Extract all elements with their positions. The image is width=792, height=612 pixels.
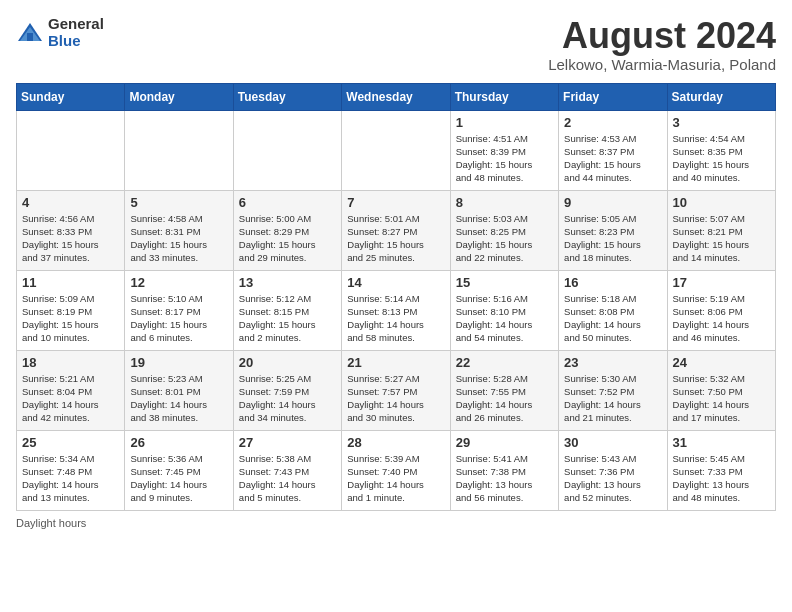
header-day-friday: Friday [559,83,667,110]
logo-icon [16,19,44,47]
calendar-cell: 2Sunrise: 4:53 AM Sunset: 8:37 PM Daylig… [559,110,667,190]
calendar-cell: 19Sunrise: 5:23 AM Sunset: 8:01 PM Dayli… [125,350,233,430]
day-number: 13 [239,275,336,290]
header-row: SundayMondayTuesdayWednesdayThursdayFrid… [17,83,776,110]
calendar-cell: 1Sunrise: 4:51 AM Sunset: 8:39 PM Daylig… [450,110,558,190]
day-number: 17 [673,275,770,290]
day-number: 8 [456,195,553,210]
logo-blue: Blue [48,33,104,50]
day-number: 10 [673,195,770,210]
calendar-cell [125,110,233,190]
day-info: Sunrise: 5:38 AM Sunset: 7:43 PM Dayligh… [239,452,336,505]
calendar-cell: 11Sunrise: 5:09 AM Sunset: 8:19 PM Dayli… [17,270,125,350]
day-number: 18 [22,355,119,370]
day-number: 9 [564,195,661,210]
day-info: Sunrise: 5:05 AM Sunset: 8:23 PM Dayligh… [564,212,661,265]
day-number: 28 [347,435,444,450]
day-info: Sunrise: 5:45 AM Sunset: 7:33 PM Dayligh… [673,452,770,505]
day-number: 30 [564,435,661,450]
calendar-table: SundayMondayTuesdayWednesdayThursdayFrid… [16,83,776,511]
week-row-0: 1Sunrise: 4:51 AM Sunset: 8:39 PM Daylig… [17,110,776,190]
calendar-cell: 6Sunrise: 5:00 AM Sunset: 8:29 PM Daylig… [233,190,341,270]
daylight-hours-label: Daylight hours [16,517,86,529]
week-row-2: 11Sunrise: 5:09 AM Sunset: 8:19 PM Dayli… [17,270,776,350]
day-number: 3 [673,115,770,130]
day-number: 22 [456,355,553,370]
title-block: August 2024 Lelkowo, Warmia-Masuria, Pol… [548,16,776,73]
day-info: Sunrise: 5:34 AM Sunset: 7:48 PM Dayligh… [22,452,119,505]
day-number: 2 [564,115,661,130]
day-info: Sunrise: 5:09 AM Sunset: 8:19 PM Dayligh… [22,292,119,345]
header-day-wednesday: Wednesday [342,83,450,110]
calendar-cell: 25Sunrise: 5:34 AM Sunset: 7:48 PM Dayli… [17,430,125,510]
day-number: 20 [239,355,336,370]
week-row-4: 25Sunrise: 5:34 AM Sunset: 7:48 PM Dayli… [17,430,776,510]
calendar-body: 1Sunrise: 4:51 AM Sunset: 8:39 PM Daylig… [17,110,776,510]
day-info: Sunrise: 5:28 AM Sunset: 7:55 PM Dayligh… [456,372,553,425]
calendar-cell: 4Sunrise: 4:56 AM Sunset: 8:33 PM Daylig… [17,190,125,270]
logo: General Blue [16,16,104,49]
day-info: Sunrise: 4:54 AM Sunset: 8:35 PM Dayligh… [673,132,770,185]
day-number: 14 [347,275,444,290]
day-number: 23 [564,355,661,370]
header-day-sunday: Sunday [17,83,125,110]
day-number: 31 [673,435,770,450]
calendar-cell: 18Sunrise: 5:21 AM Sunset: 8:04 PM Dayli… [17,350,125,430]
calendar-cell [17,110,125,190]
day-number: 16 [564,275,661,290]
day-number: 27 [239,435,336,450]
calendar-cell: 15Sunrise: 5:16 AM Sunset: 8:10 PM Dayli… [450,270,558,350]
calendar-cell: 5Sunrise: 4:58 AM Sunset: 8:31 PM Daylig… [125,190,233,270]
week-row-3: 18Sunrise: 5:21 AM Sunset: 8:04 PM Dayli… [17,350,776,430]
day-info: Sunrise: 5:18 AM Sunset: 8:08 PM Dayligh… [564,292,661,345]
calendar-cell: 31Sunrise: 5:45 AM Sunset: 7:33 PM Dayli… [667,430,775,510]
calendar-cell: 23Sunrise: 5:30 AM Sunset: 7:52 PM Dayli… [559,350,667,430]
calendar-cell: 30Sunrise: 5:43 AM Sunset: 7:36 PM Dayli… [559,430,667,510]
day-info: Sunrise: 5:39 AM Sunset: 7:40 PM Dayligh… [347,452,444,505]
day-number: 11 [22,275,119,290]
page-header: General Blue August 2024 Lelkowo, Warmia… [16,16,776,73]
day-info: Sunrise: 5:14 AM Sunset: 8:13 PM Dayligh… [347,292,444,345]
day-info: Sunrise: 5:25 AM Sunset: 7:59 PM Dayligh… [239,372,336,425]
calendar-cell: 22Sunrise: 5:28 AM Sunset: 7:55 PM Dayli… [450,350,558,430]
day-info: Sunrise: 5:19 AM Sunset: 8:06 PM Dayligh… [673,292,770,345]
day-info: Sunrise: 5:03 AM Sunset: 8:25 PM Dayligh… [456,212,553,265]
calendar-cell: 24Sunrise: 5:32 AM Sunset: 7:50 PM Dayli… [667,350,775,430]
day-info: Sunrise: 5:00 AM Sunset: 8:29 PM Dayligh… [239,212,336,265]
header-day-monday: Monday [125,83,233,110]
day-info: Sunrise: 5:07 AM Sunset: 8:21 PM Dayligh… [673,212,770,265]
day-info: Sunrise: 5:21 AM Sunset: 8:04 PM Dayligh… [22,372,119,425]
day-info: Sunrise: 5:41 AM Sunset: 7:38 PM Dayligh… [456,452,553,505]
logo-text: General Blue [48,16,104,49]
day-number: 24 [673,355,770,370]
calendar-cell: 17Sunrise: 5:19 AM Sunset: 8:06 PM Dayli… [667,270,775,350]
calendar-cell: 9Sunrise: 5:05 AM Sunset: 8:23 PM Daylig… [559,190,667,270]
week-row-1: 4Sunrise: 4:56 AM Sunset: 8:33 PM Daylig… [17,190,776,270]
day-number: 29 [456,435,553,450]
day-number: 21 [347,355,444,370]
day-number: 19 [130,355,227,370]
footer: Daylight hours [16,517,776,529]
day-info: Sunrise: 5:23 AM Sunset: 8:01 PM Dayligh… [130,372,227,425]
day-number: 26 [130,435,227,450]
day-info: Sunrise: 5:10 AM Sunset: 8:17 PM Dayligh… [130,292,227,345]
day-info: Sunrise: 5:32 AM Sunset: 7:50 PM Dayligh… [673,372,770,425]
day-info: Sunrise: 4:53 AM Sunset: 8:37 PM Dayligh… [564,132,661,185]
day-number: 5 [130,195,227,210]
calendar-cell: 13Sunrise: 5:12 AM Sunset: 8:15 PM Dayli… [233,270,341,350]
calendar-subtitle: Lelkowo, Warmia-Masuria, Poland [548,56,776,73]
calendar-cell: 14Sunrise: 5:14 AM Sunset: 8:13 PM Dayli… [342,270,450,350]
calendar-cell: 21Sunrise: 5:27 AM Sunset: 7:57 PM Dayli… [342,350,450,430]
calendar-cell [342,110,450,190]
calendar-header: SundayMondayTuesdayWednesdayThursdayFrid… [17,83,776,110]
day-info: Sunrise: 5:43 AM Sunset: 7:36 PM Dayligh… [564,452,661,505]
day-info: Sunrise: 5:16 AM Sunset: 8:10 PM Dayligh… [456,292,553,345]
day-number: 4 [22,195,119,210]
calendar-cell: 28Sunrise: 5:39 AM Sunset: 7:40 PM Dayli… [342,430,450,510]
day-number: 12 [130,275,227,290]
day-number: 6 [239,195,336,210]
day-info: Sunrise: 4:56 AM Sunset: 8:33 PM Dayligh… [22,212,119,265]
header-day-tuesday: Tuesday [233,83,341,110]
calendar-cell: 27Sunrise: 5:38 AM Sunset: 7:43 PM Dayli… [233,430,341,510]
day-info: Sunrise: 5:27 AM Sunset: 7:57 PM Dayligh… [347,372,444,425]
